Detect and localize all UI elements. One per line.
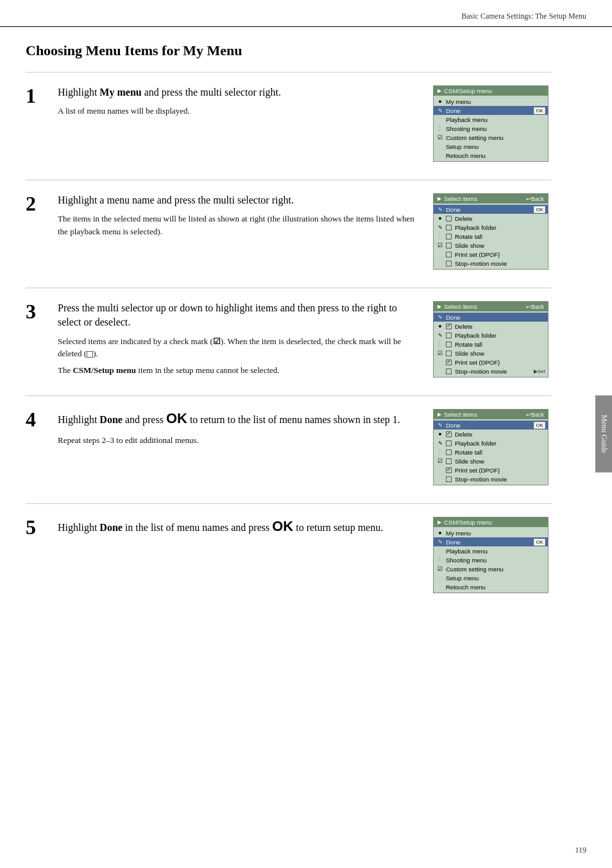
lcd-delete-text-2: Delete (455, 215, 545, 222)
step-2-content: Highlight a menu name and press the mult… (58, 193, 433, 270)
lcd-playfolder-text-2: Playback folder (455, 224, 545, 231)
step-2-heading: Highlight a menu name and press the mult… (58, 193, 423, 207)
cb-print-4 (446, 467, 452, 473)
lcd-mymenu-text: My menu (446, 98, 545, 105)
lcd-row-mymenu-1: ● My menu (434, 97, 548, 106)
pencil-icon-5: ✎ (436, 539, 444, 545)
pencil-icon-4a: ✎ (436, 440, 444, 446)
step-4-heading: Highlight Done and press OK to return to… (58, 409, 423, 429)
play-icon-2: ▶ (438, 196, 441, 202)
lcd-retouch-text-1: Retouch menu (446, 152, 545, 159)
lcd-done-text-3: Done (446, 314, 545, 321)
lcd-rotate-text-3: Rotate tall (455, 341, 545, 348)
step-3-screen: ▶ Select items ↩Back ✎ Done ● Delete (433, 301, 548, 378)
pencil-icon-3: ✎ (436, 315, 444, 320)
fork-icon-2: 🍴 (436, 233, 444, 239)
step-4-title-text: Select items (444, 411, 477, 418)
step-2-screen: ▶ Select items ↩Back ✎ Done OK ● Delete (433, 193, 548, 270)
lcd-row-done-5: ✎ Done OK (434, 537, 548, 546)
step-1-image: ▶ CSM/Setup menu ● My menu ✎ Done OK (433, 85, 552, 162)
cb-playfolder-4 (446, 440, 452, 446)
lcd-row-delete-2: ● Delete (434, 214, 548, 223)
cb-delete-3 (446, 324, 452, 329)
step-5-number: 5 (26, 516, 36, 539)
step-5-bold: Done (99, 522, 123, 533)
cb-stop-4 (446, 476, 452, 482)
cb-delete-4 (446, 431, 452, 437)
step-5-ok: OK (272, 518, 293, 534)
step-1-heading: Highlight My menu and press the multi se… (58, 85, 423, 100)
pencil-icon-4: ✎ (436, 422, 444, 428)
lcd-slide-text-4: Slide show (455, 458, 545, 465)
lcd-done-text-4: Done (446, 422, 532, 429)
lcd-done-text-5: Done (446, 539, 532, 546)
step-2-desc: The items in the selected menu will be l… (58, 213, 423, 238)
step-5-title-text: CSM/Setup menu (444, 519, 492, 526)
lcd-row-setup-1: Setup menu (434, 142, 548, 151)
pencil-icon-2a: ✎ (436, 225, 444, 230)
step-4-screen-title: ▶ Select items ↩Back (434, 410, 548, 419)
lcd-row-retouch-5: Retouch menu (434, 582, 548, 591)
lcd-row-print-4: Print set (DPOF) (434, 465, 548, 474)
step-2-screen-title: ▶ Select items ↩Back (434, 194, 548, 204)
step-2-image: ▶ Select items ↩Back ✎ Done OK ● Delete (433, 193, 552, 270)
step-1-number-col: 1 (26, 85, 58, 162)
lcd-rotate-text-2: Rotate tall (455, 233, 545, 240)
step-4-number-col: 4 (26, 409, 58, 485)
cb-slide-4 (446, 458, 452, 464)
page-number: 119 (575, 846, 586, 855)
step-3-image: ▶ Select items ↩Back ✎ Done ● Delete (433, 301, 552, 378)
cb-rotate-4 (446, 449, 452, 455)
lcd-delete-text-4: Delete (455, 431, 545, 438)
sep-3 (26, 395, 552, 396)
lcd-done-text-1: Done (446, 107, 532, 114)
main-content: Choosing Menu Items for My Menu 1 Highli… (0, 27, 577, 637)
back-label-2: ↩Back (526, 196, 544, 202)
lcd-row-setup-5: Setup menu (434, 573, 548, 582)
cb-stop-3 (446, 369, 452, 374)
lcd-row-playfolder-4: ✎ Playback folder (434, 438, 548, 447)
lcd-custom-text-5: Custom setting menu (446, 566, 545, 573)
pencil-icon-2: ✎ (436, 207, 444, 213)
check-mark-3: ☑ (213, 336, 221, 346)
check-icon-3: ☑ (436, 350, 444, 356)
dot-icon-2a: ● (436, 215, 444, 221)
cb-playfolder-2 (446, 225, 452, 230)
step-5-image: ▶ CSM/Setup menu ● My menu ✎ Done OK (433, 517, 552, 593)
lcd-slide-text-3: Slide show (455, 350, 545, 357)
step-2-number: 2 (26, 192, 36, 215)
step-3-screen-title: ▶ Select items ↩Back (434, 302, 548, 311)
step-3-heading: Press the multi selector up or down to h… (58, 301, 423, 330)
step-1-screen: ▶ CSM/Setup menu ● My menu ✎ Done OK (433, 85, 548, 162)
lcd-row-playfolder-3: ✎ Playback folder (434, 331, 548, 340)
step-3-content: Press the multi selector up or down to h… (58, 301, 433, 378)
cb-delete-2 (446, 216, 452, 221)
lcd-row-playback-1: Playback menu (434, 115, 548, 124)
lcd-shooting-text-1: Shooting menu (446, 125, 545, 132)
step-4-image: ▶ Select items ↩Back ✎ Done OK ● Delete (433, 409, 552, 485)
lcd-shooting-text-5: Shooting menu (446, 557, 545, 564)
lcd-row-slide-4: ☑ Slide show (434, 456, 548, 465)
lcd-row-rotate-3: 🍴 Rotate tall (434, 340, 548, 349)
check-icon-5: ☑ (436, 566, 444, 572)
step-5-content: Highlight Done in the list of menu names… (58, 517, 433, 593)
dot-icon-1: ● (436, 98, 444, 105)
lcd-row-stop-3: Stop–motion movie ▶Set (434, 367, 548, 376)
lcd-playback-text-1: Playback menu (446, 116, 545, 123)
step-2-screen-body: ✎ Done OK ● Delete ✎ Playback folder (434, 204, 548, 269)
page-header: Basic Camera Settings: The Setup Menu (0, 0, 612, 27)
lcd-delete-text-3: Delete (455, 323, 545, 330)
gun-icon-5: 🍴 (436, 557, 444, 563)
lcd-row-print-2: Print set (DPOF) (434, 250, 548, 259)
play-icon-5: ▶ (438, 519, 441, 525)
step-1-content: Highlight My menu and press the multi se… (58, 85, 433, 162)
step-2-number-col: 2 (26, 193, 58, 270)
lcd-custom-text-1: Custom setting menu (446, 134, 545, 141)
cb-rotate-3 (446, 342, 452, 347)
cb-playfolder-3 (446, 333, 452, 338)
step-1-number: 1 (26, 84, 36, 107)
empty-box-3 (87, 351, 93, 358)
lcd-row-shooting-1: 🍴 Shooting menu (434, 124, 548, 133)
back-label-4: ↩Back (526, 412, 544, 418)
lcd-row-rotate-2: 🍴 Rotate tall (434, 232, 548, 241)
